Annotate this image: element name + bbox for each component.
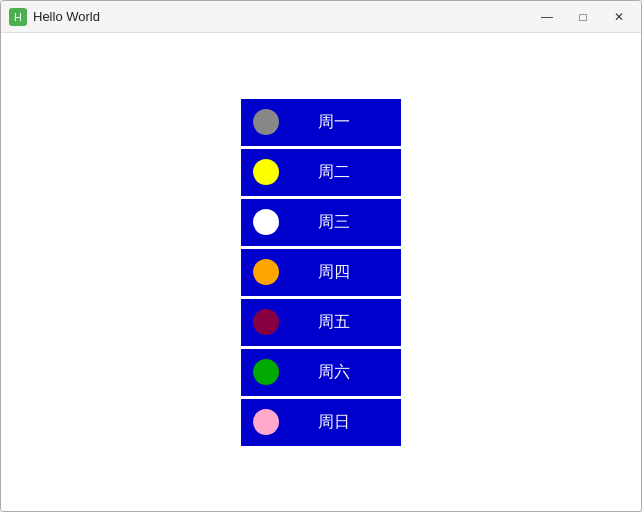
svg-text:H: H xyxy=(14,11,22,23)
day-circle-5 xyxy=(253,359,279,385)
day-button-2[interactable]: 周三 xyxy=(241,199,401,246)
day-circle-1 xyxy=(253,159,279,185)
close-button[interactable]: ✕ xyxy=(605,6,633,28)
day-circle-6 xyxy=(253,409,279,435)
day-label-1: 周二 xyxy=(279,162,389,183)
window-title: Hello World xyxy=(33,9,533,24)
day-circle-4 xyxy=(253,309,279,335)
day-label-2: 周三 xyxy=(279,212,389,233)
day-circle-2 xyxy=(253,209,279,235)
window-content: 周一周二周三周四周五周六周日 xyxy=(1,33,641,511)
day-label-4: 周五 xyxy=(279,312,389,333)
day-label-0: 周一 xyxy=(279,112,389,133)
days-list: 周一周二周三周四周五周六周日 xyxy=(241,99,401,446)
app-icon: H xyxy=(9,8,27,26)
day-button-5[interactable]: 周六 xyxy=(241,349,401,396)
day-label-3: 周四 xyxy=(279,262,389,283)
day-button-1[interactable]: 周二 xyxy=(241,149,401,196)
day-button-3[interactable]: 周四 xyxy=(241,249,401,296)
title-bar: H Hello World — □ ✕ xyxy=(1,1,641,33)
main-window: H Hello World — □ ✕ 周一周二周三周四周五周六周日 xyxy=(0,0,642,512)
day-label-6: 周日 xyxy=(279,412,389,433)
day-circle-3 xyxy=(253,259,279,285)
day-button-4[interactable]: 周五 xyxy=(241,299,401,346)
day-label-5: 周六 xyxy=(279,362,389,383)
maximize-button[interactable]: □ xyxy=(569,6,597,28)
day-button-0[interactable]: 周一 xyxy=(241,99,401,146)
minimize-button[interactable]: — xyxy=(533,6,561,28)
day-circle-0 xyxy=(253,109,279,135)
window-controls: — □ ✕ xyxy=(533,6,633,28)
day-button-6[interactable]: 周日 xyxy=(241,399,401,446)
